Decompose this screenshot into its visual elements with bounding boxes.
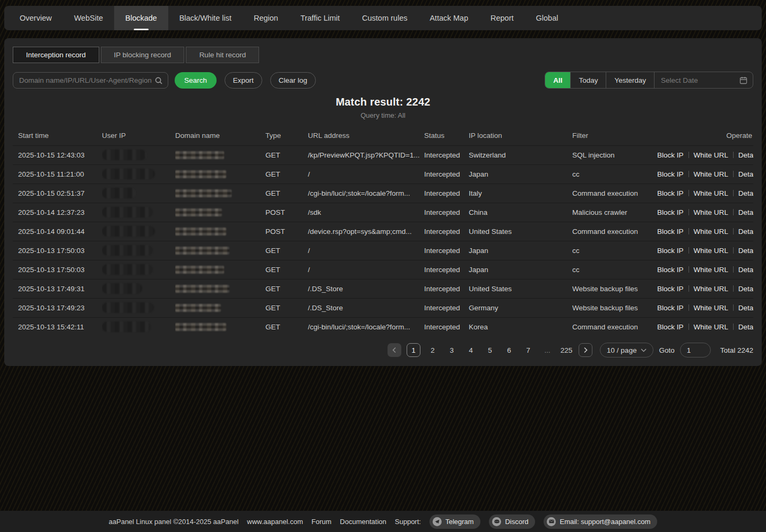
- block-ip-link[interactable]: Block IP: [657, 170, 684, 178]
- block-ip-link[interactable]: Block IP: [657, 208, 684, 216]
- filter-all[interactable]: All: [545, 72, 571, 88]
- page-button-2[interactable]: 2: [426, 343, 440, 357]
- cell-filter: Command execution: [572, 317, 657, 336]
- white-url-link[interactable]: White URL: [694, 208, 728, 216]
- white-url-link[interactable]: White URL: [694, 170, 728, 178]
- block-ip-link[interactable]: Block IP: [657, 228, 684, 236]
- export-button[interactable]: Export: [225, 72, 262, 89]
- redacted-domain: [175, 323, 226, 331]
- block-ip-link[interactable]: Block IP: [657, 266, 684, 274]
- filter-yesterday[interactable]: Yesterday: [606, 72, 655, 88]
- redacted-domain: [175, 228, 226, 236]
- goto-page-input[interactable]: [680, 343, 711, 357]
- page-size-select[interactable]: 10 / page: [600, 343, 653, 357]
- details-link[interactable]: Details: [738, 189, 753, 197]
- page-button-5[interactable]: 5: [483, 343, 497, 357]
- subtab-ip-blocking-record[interactable]: IP blocking record: [101, 47, 185, 63]
- table-row: 2025-10-13 17:50:03GET/InterceptedJapanc…: [13, 260, 753, 279]
- white-url-link[interactable]: White URL: [694, 228, 728, 236]
- white-url-link[interactable]: White URL: [694, 304, 728, 312]
- table-header-row: Start timeUser IPDomain nameTypeURL addr…: [13, 126, 753, 145]
- block-ip-link[interactable]: Block IP: [657, 247, 684, 255]
- page-button-6[interactable]: 6: [502, 343, 516, 357]
- prev-page-button[interactable]: [388, 343, 401, 357]
- search-button[interactable]: Search: [175, 72, 217, 89]
- page-button-1[interactable]: 1: [407, 343, 420, 357]
- subtab-rule-hit-record[interactable]: Rule hit record: [186, 47, 259, 63]
- goto-label: Goto: [659, 346, 674, 354]
- redacted-user-ip: [102, 150, 147, 160]
- cell-type: POST: [265, 203, 308, 222]
- white-url-link[interactable]: White URL: [694, 285, 728, 293]
- block-ip-link[interactable]: Block IP: [657, 189, 684, 197]
- white-url-link[interactable]: White URL: [694, 151, 728, 159]
- date-picker: [655, 72, 753, 88]
- white-url-link[interactable]: White URL: [694, 323, 728, 331]
- nav-tab-region[interactable]: Region: [243, 6, 289, 30]
- block-ip-link[interactable]: Block IP: [657, 304, 684, 312]
- operate-divider: [733, 228, 734, 234]
- white-url-link[interactable]: White URL: [694, 247, 728, 255]
- footer-link-documentation[interactable]: Documentation: [340, 518, 386, 526]
- cell-filter: Malicious crawler: [572, 203, 657, 222]
- details-link[interactable]: Details: [738, 228, 753, 236]
- cell-status: Intercepted: [424, 279, 469, 298]
- nav-tab-traffic-limit[interactable]: Traffic Limit: [289, 6, 351, 30]
- column-header-operate: Operate: [657, 126, 753, 145]
- cell-status: Intercepted: [424, 241, 469, 260]
- next-page-button[interactable]: [579, 343, 592, 357]
- details-link[interactable]: Details: [738, 266, 753, 274]
- telegram-button[interactable]: Telegram: [429, 514, 480, 529]
- footer-link-www-aapanel-com[interactable]: www.aapanel.com: [247, 518, 303, 526]
- cell-domain-name: [175, 184, 265, 203]
- footer-link-forum[interactable]: Forum: [312, 518, 332, 526]
- search-input[interactable]: [13, 73, 168, 88]
- table-row: 2025-10-13 17:49:31GET/.DS_StoreIntercep…: [13, 279, 753, 298]
- cell-filter: cc: [572, 241, 657, 260]
- subtab-interception-record[interactable]: Interception record: [13, 47, 99, 63]
- details-link[interactable]: Details: [738, 323, 753, 331]
- white-url-link[interactable]: White URL: [694, 266, 728, 274]
- cell-domain-name: [175, 298, 265, 317]
- cell-start-time: 2025-10-14 12:37:23: [13, 203, 102, 222]
- operate-divider: [688, 247, 689, 254]
- details-link[interactable]: Details: [738, 151, 753, 159]
- discord-button[interactable]: Discord: [489, 514, 535, 529]
- page-ellipsis: ...: [540, 343, 554, 357]
- details-link[interactable]: Details: [738, 304, 753, 312]
- email-support-aapanel-com-button[interactable]: Email: support@aapanel.com: [544, 514, 657, 529]
- nav-tab-custom-rules[interactable]: Custom rules: [351, 6, 418, 30]
- block-ip-link[interactable]: Block IP: [657, 285, 684, 293]
- redacted-domain: [175, 189, 231, 197]
- filter-today[interactable]: Today: [571, 72, 606, 88]
- block-ip-link[interactable]: Block IP: [657, 323, 684, 331]
- date-filter-group: AllTodayYesterday: [545, 72, 753, 89]
- clear-log-button[interactable]: Clear log: [270, 72, 316, 89]
- page-button-4[interactable]: 4: [464, 343, 478, 357]
- details-link[interactable]: Details: [738, 247, 753, 255]
- column-header-start-time: Start time: [13, 126, 102, 145]
- cell-domain-name: [175, 203, 265, 222]
- operate-divider: [733, 247, 734, 254]
- select-date-input[interactable]: [655, 72, 753, 88]
- calendar-icon: [739, 76, 747, 84]
- details-link[interactable]: Details: [738, 285, 753, 293]
- cell-ip-location: China: [469, 203, 572, 222]
- nav-tab-blockade[interactable]: Blockade: [114, 6, 168, 30]
- nav-tab-website[interactable]: WebSite: [63, 6, 114, 30]
- email-icon: [547, 517, 556, 526]
- nav-tab-attack-map[interactable]: Attack Map: [418, 6, 479, 30]
- block-ip-link[interactable]: Block IP: [657, 151, 684, 159]
- nav-tab-black-white-list[interactable]: Black/White list: [168, 6, 243, 30]
- table-row: 2025-10-13 17:50:03GET/InterceptedJapanc…: [13, 241, 753, 260]
- page-button-7[interactable]: 7: [521, 343, 535, 357]
- page-button-225[interactable]: 225: [560, 343, 573, 357]
- toolbar: Search Export Clear log AllTodayYesterda…: [13, 72, 753, 89]
- nav-tab-overview[interactable]: Overview: [8, 6, 63, 30]
- details-link[interactable]: Details: [738, 170, 753, 178]
- details-link[interactable]: Details: [738, 208, 753, 216]
- page-button-3[interactable]: 3: [445, 343, 459, 357]
- nav-tab-global[interactable]: Global: [525, 6, 570, 30]
- nav-tab-report[interactable]: Report: [479, 6, 525, 30]
- white-url-link[interactable]: White URL: [694, 189, 728, 197]
